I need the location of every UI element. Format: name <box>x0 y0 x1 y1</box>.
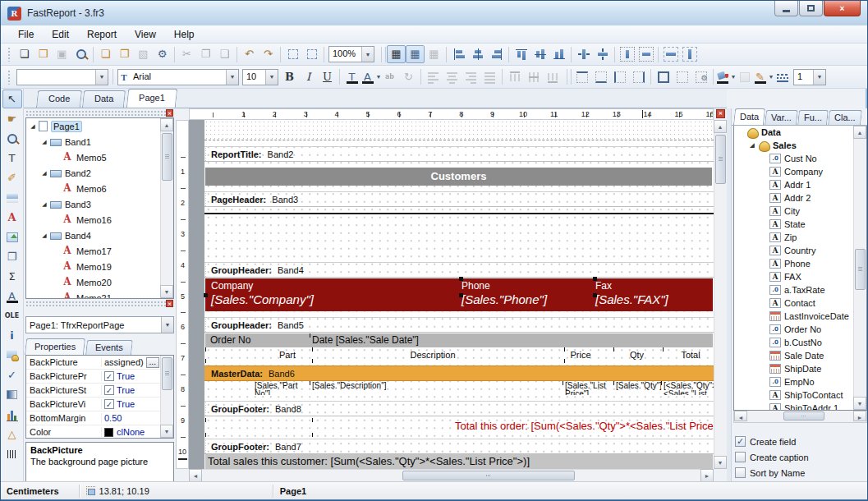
scroll-down-icon[interactable]: ▼ <box>714 456 727 469</box>
gradient-object[interactable] <box>2 385 22 404</box>
checkbox-unchecked-icon[interactable] <box>735 467 746 478</box>
tree-item-empno[interactable]: .0EmpNo <box>734 375 866 388</box>
tree-item-sale-date[interactable]: Sale Date <box>734 349 866 362</box>
scroll-thumb[interactable] <box>783 411 824 421</box>
align-rights[interactable] <box>487 45 506 63</box>
phone-label-memo[interactable]: Phone <box>462 280 490 292</box>
tree-item-a-taxrate[interactable]: .0a.TaxRate <box>734 283 866 296</box>
tree-item-zip[interactable]: AZip <box>734 231 866 244</box>
option-sort-by-name[interactable]: Sort by Name <box>735 465 866 480</box>
menu-edit[interactable]: Edit <box>43 26 78 43</box>
scroll-thumb[interactable] <box>162 133 172 181</box>
checkbox-checked-icon[interactable]: ✓ <box>735 436 746 447</box>
system-text-object[interactable]: Σ <box>2 267 22 286</box>
menu-help[interactable]: Help <box>165 26 204 43</box>
scroll-left-icon[interactable]: ◄ <box>734 411 747 421</box>
expand-icon[interactable]: ◢ <box>747 142 757 149</box>
tree-item-memo20[interactable]: AMemo20 <box>26 274 173 290</box>
property-row-color[interactable]: ColorclNone <box>26 425 173 439</box>
preview-report[interactable] <box>71 45 90 63</box>
phone-expr-memo[interactable]: [Sales."Phone"] <box>462 292 547 306</box>
property-row-bottommargin[interactable]: BottomMargin0.50 <box>26 411 173 425</box>
band-header-groupfooter-customer[interactable]: GroupFooter: Band7 <box>204 439 714 454</box>
insert-band[interactable] <box>2 188 22 207</box>
data-tab-cla[interactable]: Cla... <box>828 110 862 125</box>
checkbox-checked-icon[interactable]: ✓ <box>104 399 114 409</box>
center-horizontally-in-band[interactable] <box>618 45 636 63</box>
tree-item-memo21[interactable]: AMemo21 <box>26 290 173 299</box>
shape-object[interactable]: △ <box>2 425 22 444</box>
close-button[interactable]: × <box>824 1 861 16</box>
price-expr-memo[interactable]: [Sales."List Price"] <box>565 382 613 395</box>
align-middles[interactable] <box>530 45 549 63</box>
fax-expr-memo[interactable]: [Sales."FAX"] <box>595 292 668 306</box>
tree-item-data[interactable]: Data <box>734 126 866 139</box>
frame-none[interactable] <box>673 68 691 86</box>
tree-item-band2[interactable]: ◢Band2 <box>26 165 173 181</box>
expand-icon[interactable]: ◢ <box>39 201 49 208</box>
tree-item-shiptocontact[interactable]: AShipToContact <box>734 388 866 402</box>
column-part-label[interactable]: Part <box>263 350 312 360</box>
tree-item-phone[interactable]: APhone <box>734 257 866 270</box>
redo[interactable]: ↷ <box>259 45 278 63</box>
order-header-memo[interactable]: Order No Date [Sales."Sale Date"] <box>205 333 713 347</box>
underline[interactable]: U <box>318 68 337 86</box>
chevron-down-icon[interactable]: ▼ <box>161 317 173 333</box>
expand-icon[interactable]: ◢ <box>39 139 49 145</box>
expand-icon[interactable]: ◢ <box>39 170 49 177</box>
checkbox-checked-icon[interactable]: ✓ <box>104 371 114 381</box>
frame-all[interactable] <box>654 68 673 86</box>
property-row-backpicturest[interactable]: BackPictureSt✓True <box>26 384 173 398</box>
selection-handle[interactable] <box>593 293 597 297</box>
new-dialog-page[interactable]: ❐ <box>115 45 134 63</box>
tree-item-fax[interactable]: AFAX <box>734 270 866 283</box>
tree-item-memo5[interactable]: AMemo5 <box>26 149 173 165</box>
hand-tool[interactable]: ☛ <box>2 109 22 128</box>
scroll-right-icon[interactable]: ► <box>853 411 866 421</box>
richtext-object[interactable]: i <box>2 326 22 345</box>
chart-object[interactable] <box>2 405 22 424</box>
text-edit-tool[interactable]: T <box>2 149 22 168</box>
undo[interactable]: ↶ <box>240 45 259 63</box>
company-header-memo-group[interactable]: Company Phone Fax [Sales."Company"] [Sal… <box>205 278 713 311</box>
close-band-structure-icon[interactable]: × <box>716 109 725 118</box>
order-total-row[interactable]: Total this order: [Sum(<Sales."Qty">*<Sa… <box>205 416 713 436</box>
scroll-thumb[interactable] <box>855 249 866 290</box>
bold[interactable]: B <box>280 68 299 86</box>
show-grid[interactable]: ▦ <box>387 45 406 63</box>
selection-handle[interactable] <box>204 293 208 297</box>
space-vertically[interactable] <box>593 45 612 63</box>
band-header-groupheader-order[interactable]: GroupHeader: Band5 <box>204 317 714 333</box>
property-grid-scrollbar[interactable]: ▼ <box>160 356 173 438</box>
menu-file[interactable]: File <box>9 26 43 43</box>
tree-item-band1[interactable]: ◢Band1 <box>26 134 173 149</box>
data-tree-scrollbar[interactable]: ▲ ▼ <box>853 126 866 410</box>
column-price-label[interactable]: Price <box>556 350 605 360</box>
center-vertically-in-band[interactable] <box>636 45 655 63</box>
qty-expr-memo[interactable]: [Sales."Qty"] <box>616 382 661 395</box>
frame-bottom[interactable] <box>591 68 610 86</box>
line-color[interactable]: ✎▼ <box>754 68 773 86</box>
zoom-tool[interactable] <box>2 129 22 148</box>
tree-item-lastinvoicedate[interactable]: LastInvoiceDate <box>734 310 866 323</box>
open-report[interactable]: ❒ <box>34 45 53 63</box>
chevron-down-icon[interactable]: ▼ <box>95 70 108 85</box>
company-expr-memo[interactable]: [Sales."Company"] <box>211 292 314 306</box>
scroll-thumb[interactable] <box>715 135 726 184</box>
text-highlight[interactable]: A▼ <box>361 68 380 86</box>
new-report[interactable]: ❏ <box>15 45 34 63</box>
data-tab-var[interactable]: Var... <box>765 110 798 125</box>
db-field-object[interactable] <box>2 346 22 365</box>
option-create-caption[interactable]: Create caption <box>735 449 866 465</box>
font-color[interactable]: T <box>342 68 361 86</box>
tree-item-cust-no[interactable]: .0Cust No <box>734 152 866 165</box>
report-title-memo[interactable]: Customers <box>205 168 712 186</box>
data-tab-data[interactable]: Data <box>733 108 765 125</box>
scroll-right-icon[interactable]: ► <box>700 469 714 482</box>
minimize-button[interactable] <box>774 1 798 16</box>
select-tool[interactable]: ↖ <box>2 90 22 108</box>
menu-report[interactable]: Report <box>78 26 126 43</box>
fax-label-memo[interactable]: Fax <box>595 280 612 292</box>
format-painter[interactable]: ✐ <box>2 168 22 187</box>
tree-item-page1[interactable]: ◢Page1 <box>26 118 173 134</box>
